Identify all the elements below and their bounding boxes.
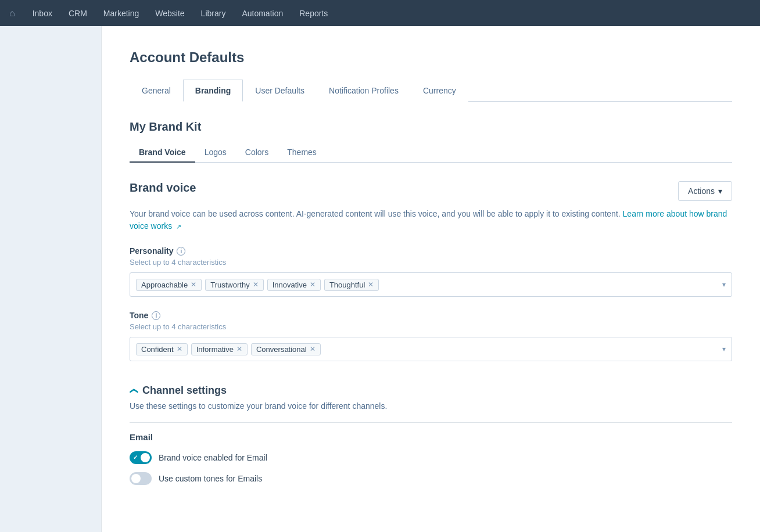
remove-approachable-tag[interactable]: ✕ [191, 281, 196, 288]
remove-trustworthy-tag[interactable]: ✕ [253, 281, 259, 288]
brand-voice-title: Brand voice [130, 181, 196, 195]
brand-tab-colors[interactable]: Colors [236, 143, 278, 163]
tab-user-defaults[interactable]: User Defaults [243, 80, 317, 102]
personality-info-icon[interactable]: i [177, 247, 185, 256]
remove-thoughtful-tag[interactable]: ✕ [368, 281, 374, 288]
top-navigation: ⌂ Inbox CRM Marketing Website Library Au… [0, 0, 760, 26]
channel-settings-title: Channel settings [142, 384, 227, 397]
tab-general[interactable]: General [130, 80, 183, 102]
tone-hint: Select up to 4 characteristics [130, 322, 732, 331]
brand-tab-logos[interactable]: Logos [195, 143, 236, 163]
email-section-title: Email [130, 432, 732, 442]
tab-currency[interactable]: Currency [411, 80, 468, 102]
remove-confident-tag[interactable]: ✕ [177, 346, 182, 353]
nav-item-automation[interactable]: Automation [234, 0, 291, 26]
tag-confident: Confident ✕ [136, 343, 188, 355]
page-title: Account Defaults [130, 49, 732, 66]
actions-chevron-icon: ▾ [718, 186, 722, 196]
tag-informative: Informative ✕ [191, 343, 248, 355]
email-brand-voice-label: Brand voice enabled for Email [159, 453, 267, 462]
brand-voice-header: Brand voice Actions ▾ [130, 181, 732, 201]
sidebar [0, 26, 102, 532]
remove-innovative-tag[interactable]: ✕ [310, 281, 316, 288]
brand-kit-title: My Brand Kit [130, 120, 732, 134]
tone-label: Tone i [130, 311, 732, 320]
nav-item-inbox[interactable]: Inbox [24, 0, 60, 26]
actions-button[interactable]: Actions ▾ [678, 181, 732, 201]
tone-info-icon[interactable]: i [152, 311, 160, 320]
brand-kit-tabs: Brand Voice Logos Colors Themes [130, 143, 732, 163]
remove-conversational-tag[interactable]: ✕ [310, 346, 316, 353]
nav-item-library[interactable]: Library [193, 0, 234, 26]
nav-item-reports[interactable]: Reports [291, 0, 336, 26]
toggle-track-off[interactable] [130, 472, 152, 485]
email-custom-tones-toggle[interactable] [130, 472, 152, 485]
nav-item-crm[interactable]: CRM [60, 0, 95, 26]
tag-conversational: Conversational ✕ [251, 343, 321, 355]
personality-tag-input[interactable]: Approachable ✕ Trustworthy ✕ Innovative … [130, 272, 732, 297]
main-content: Account Defaults General Branding User D… [102, 26, 760, 532]
brand-voice-description: Your brand voice can be used across cont… [130, 208, 732, 232]
channel-settings-chevron-icon[interactable]: ❯ [128, 387, 138, 394]
email-custom-tones-toggle-row: Use custom tones for Emails [130, 472, 732, 485]
tone-dropdown-icon[interactable]: ▾ [722, 345, 726, 353]
channel-settings-header: ❯ Channel settings [130, 384, 732, 397]
actions-label: Actions [688, 186, 715, 196]
nav-item-website[interactable]: Website [147, 0, 192, 26]
external-link-icon: ↗ [176, 223, 181, 230]
channel-settings-description: Use these settings to customize your bra… [130, 401, 732, 411]
channel-divider [130, 422, 732, 423]
tone-tag-input[interactable]: Confident ✕ Informative ✕ Conversational… [130, 337, 732, 361]
tag-innovative: Innovative ✕ [267, 279, 321, 291]
personality-label: Personality i [130, 246, 732, 256]
toggle-thumb-off [131, 474, 141, 483]
tag-approachable: Approachable ✕ [136, 279, 202, 291]
personality-dropdown-icon[interactable]: ▾ [722, 281, 726, 289]
email-brand-voice-toggle-row: ✓ Brand voice enabled for Email [130, 451, 732, 464]
tag-trustworthy: Trustworthy ✕ [205, 279, 263, 291]
remove-informative-tag[interactable]: ✕ [236, 346, 242, 353]
personality-hint: Select up to 4 characteristics [130, 258, 732, 267]
tag-thoughtful: Thoughtful ✕ [324, 279, 379, 291]
toggle-thumb [141, 453, 150, 462]
tab-branding[interactable]: Branding [183, 80, 243, 102]
brand-tab-themes[interactable]: Themes [278, 143, 326, 163]
email-brand-voice-toggle[interactable]: ✓ [130, 451, 152, 464]
email-custom-tones-label: Use custom tones for Emails [159, 474, 262, 483]
nav-item-marketing[interactable]: Marketing [95, 0, 147, 26]
brand-tab-voice[interactable]: Brand Voice [130, 143, 195, 163]
toggle-track-on[interactable]: ✓ [130, 451, 152, 464]
toggle-check-icon: ✓ [133, 454, 138, 461]
account-tabs: General Branding User Defaults Notificat… [130, 80, 732, 102]
tab-notification-profiles[interactable]: Notification Profiles [317, 80, 411, 102]
home-icon[interactable]: ⌂ [9, 8, 15, 19]
page-layout: Account Defaults General Branding User D… [0, 26, 760, 532]
